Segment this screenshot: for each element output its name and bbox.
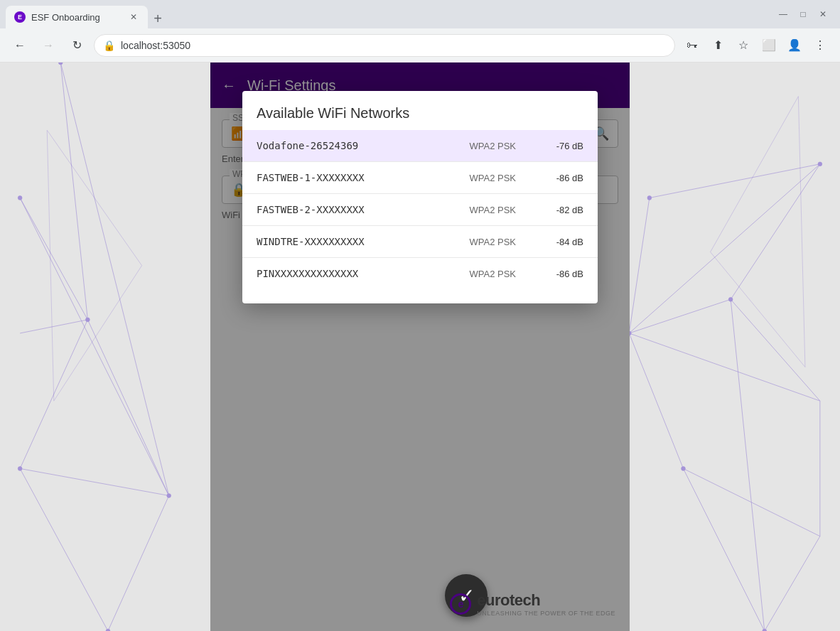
window-controls: — □ ✕: [777, 9, 834, 20]
reload-button[interactable]: ↻: [65, 34, 88, 57]
network-item[interactable]: PINXXXXXXXXXXXXXXWPA2 PSK-86 dB: [242, 258, 598, 289]
network-security: WPA2 PSK: [469, 237, 516, 247]
svg-point-11: [86, 318, 90, 322]
lock-icon: 🔒: [103, 40, 115, 51]
title-bar: E ESF Onboarding ✕ + — □ ✕: [0, 0, 840, 28]
minimize-button[interactable]: —: [777, 9, 789, 20]
svg-point-13: [18, 467, 22, 471]
svg-line-4: [20, 468, 169, 495]
svg-point-32: [682, 467, 686, 471]
key-icon[interactable]: 🗝: [681, 34, 704, 57]
wifi-networks-dialog: Available WiFi Networks Vodafone-2652436…: [242, 91, 598, 303]
svg-point-31: [728, 297, 733, 301]
active-tab[interactable]: E ESF Onboarding ✕: [6, 6, 148, 28]
back-button[interactable]: ←: [9, 34, 31, 57]
network-list: Vodafone-26524369WPA2 PSK-76 dBFASTWEB-1…: [242, 130, 598, 289]
network-security: WPA2 PSK: [469, 173, 516, 183]
tab-favicon: E: [14, 11, 26, 23]
address-bar[interactable]: 🔒 localhost:53050: [94, 34, 675, 57]
svg-line-40: [711, 252, 805, 367]
svg-line-18: [629, 299, 731, 333]
network-item[interactable]: WINDTRE-XXXXXXXXXXWPA2 PSK-84 dB: [242, 226, 598, 258]
network-name: FASTWEB-2-XXXXXXXX: [257, 204, 469, 215]
network-security: WPA2 PSK: [469, 141, 516, 151]
svg-point-10: [18, 196, 22, 200]
svg-line-8: [20, 468, 108, 631]
svg-line-21: [629, 333, 683, 468]
network-signal: -84 dB: [544, 237, 583, 247]
bookmark-icon[interactable]: ☆: [732, 34, 755, 57]
svg-line-39: [711, 97, 799, 252]
menu-icon[interactable]: ⋮: [809, 34, 831, 57]
page-content: ← Wi-Fi Settings SSID 📶 Vodafone-2652436…: [0, 63, 840, 631]
svg-line-29: [731, 299, 765, 631]
app-panel: ← Wi-Fi Settings SSID 📶 Vodafone-2652436…: [210, 63, 630, 631]
network-signal: -86 dB: [544, 269, 583, 279]
tab-close-button[interactable]: ✕: [128, 11, 139, 23]
network-item[interactable]: FASTWEB-2-XXXXXXXXWPA2 PSK-82 dB: [242, 194, 598, 226]
svg-line-9: [20, 320, 87, 333]
tab-title: ESF Onboarding: [31, 12, 100, 23]
maximize-button[interactable]: □: [797, 9, 809, 20]
nav-bar: ← → ↻ 🔒 localhost:53050 🗝 ⬆ ☆ ⬜ 👤 ⋮: [0, 28, 840, 63]
svg-line-2: [87, 320, 168, 496]
network-item[interactable]: Vodafone-26524369WPA2 PSK-76 dB: [242, 130, 598, 162]
network-signal: -82 dB: [544, 205, 583, 215]
svg-line-26: [629, 198, 650, 333]
network-name: Vodafone-26524369: [257, 140, 469, 151]
network-signal: -86 dB: [544, 173, 583, 183]
forward-button[interactable]: →: [37, 34, 60, 57]
network-security: WPA2 PSK: [469, 205, 516, 215]
eurotech-logo: e eurotech UNLEASHING THE POWER OF THE E…: [450, 591, 615, 617]
network-name: WINDTRE-XXXXXXXXXX: [257, 236, 469, 247]
svg-line-5: [60, 63, 87, 320]
close-button[interactable]: ✕: [817, 9, 829, 20]
dialog-overlay[interactable]: Available WiFi Networks Vodafone-2652436…: [210, 63, 630, 631]
browser-frame: E ESF Onboarding ✕ + — □ ✕ ← → ↻ 🔒 local…: [0, 0, 840, 631]
address-text: localhost:53050: [121, 40, 190, 51]
network-name: FASTWEB-1-XXXXXXXX: [257, 172, 469, 183]
svg-line-7: [108, 496, 169, 631]
svg-line-17: [731, 164, 820, 299]
eurotech-name: eurotech: [477, 591, 615, 610]
eurotech-circle-icon: e: [450, 593, 471, 615]
svg-line-37: [54, 266, 142, 401]
svg-line-16: [629, 164, 820, 333]
network-name: PINXXXXXXXXXXXXXX: [257, 268, 469, 279]
svg-line-25: [765, 536, 820, 631]
svg-point-33: [818, 162, 822, 166]
new-tab-button[interactable]: +: [148, 9, 168, 28]
svg-point-35: [647, 196, 652, 200]
split-view-icon[interactable]: ⬜: [758, 34, 780, 57]
svg-line-27: [650, 164, 820, 198]
svg-line-22: [683, 468, 819, 536]
network-security: WPA2 PSK: [469, 269, 516, 279]
eurotech-text-block: eurotech UNLEASHING THE POWER OF THE EDG…: [477, 591, 615, 617]
nav-actions: 🗝 ⬆ ☆ ⬜ 👤 ⋮: [681, 34, 831, 57]
network-item[interactable]: FASTWEB-1-XXXXXXXXWPA2 PSK-86 dB: [242, 162, 598, 194]
tab-bar: E ESF Onboarding ✕ +: [6, 0, 168, 28]
profile-icon[interactable]: 👤: [783, 34, 806, 57]
svg-line-41: [798, 97, 805, 367]
svg-line-1: [20, 198, 87, 319]
svg-line-24: [683, 468, 764, 631]
svg-line-20: [731, 299, 820, 401]
svg-line-0: [20, 198, 169, 495]
svg-line-38: [47, 130, 54, 401]
svg-line-19: [629, 333, 820, 401]
svg-line-6: [60, 63, 168, 496]
dialog-title: Available WiFi Networks: [242, 105, 598, 130]
svg-line-36: [47, 130, 141, 265]
share-icon[interactable]: ⬆: [706, 34, 729, 57]
svg-point-12: [167, 494, 171, 498]
eurotech-tagline: UNLEASHING THE POWER OF THE EDGE: [477, 610, 615, 617]
svg-point-14: [58, 63, 63, 65]
network-signal: -76 dB: [544, 141, 583, 151]
